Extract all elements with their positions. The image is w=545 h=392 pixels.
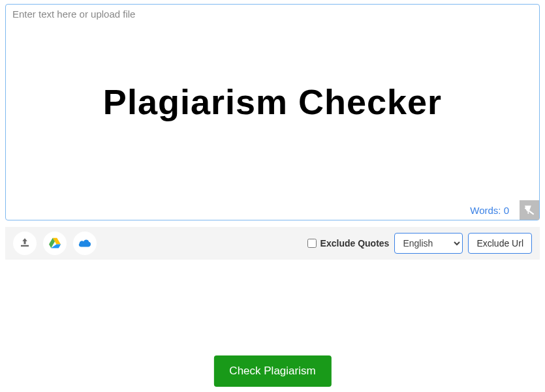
check-plagiarism-button[interactable]: Check Plagiarism xyxy=(213,355,331,387)
svg-rect-2 xyxy=(21,245,29,246)
toolbar-right: Exclude Quotes English Exclude Url xyxy=(307,233,532,254)
exclude-quotes-label: Exclude Quotes xyxy=(320,238,390,249)
exclude-url-button[interactable]: Exclude Url xyxy=(468,233,532,254)
word-count-label: Words: 0 xyxy=(470,205,509,216)
toolbar: Exclude Quotes English Exclude Url xyxy=(5,227,540,260)
language-select[interactable]: English xyxy=(394,233,463,254)
upload-file-button[interactable] xyxy=(13,232,37,255)
toolbar-left xyxy=(13,232,97,255)
clear-text-icon[interactable] xyxy=(520,200,539,220)
cloud-upload-button[interactable] xyxy=(73,232,97,255)
exclude-quotes-wrap: Exclude Quotes xyxy=(307,238,390,249)
page-title: Plagiarism Checker xyxy=(6,82,539,122)
google-drive-button[interactable] xyxy=(43,232,67,255)
cloud-icon xyxy=(78,237,92,250)
exclude-quotes-checkbox[interactable] xyxy=(307,239,317,248)
upload-icon xyxy=(19,237,31,250)
text-editor-container: Enter text here or upload file Plagiaris… xyxy=(5,4,540,220)
google-drive-icon xyxy=(48,237,61,250)
